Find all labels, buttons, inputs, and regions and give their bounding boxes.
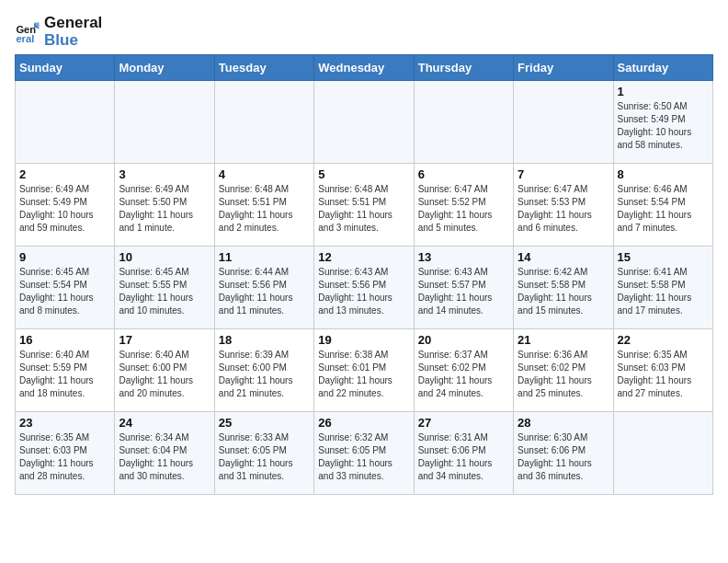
- day-number: 4: [219, 167, 310, 181]
- day-number: 22: [618, 333, 709, 347]
- day-number: 10: [119, 250, 210, 264]
- day-info: Sunrise: 6:38 AM Sunset: 6:01 PM Dayligh…: [318, 349, 409, 400]
- day-info: Sunrise: 6:50 AM Sunset: 5:49 PM Dayligh…: [618, 100, 709, 152]
- logo: Gen eral General Blue: [15, 15, 102, 49]
- day-number: 17: [119, 333, 210, 347]
- day-cell: [115, 81, 214, 164]
- calendar-table: SundayMondayTuesdayWednesdayThursdayFrid…: [15, 54, 713, 495]
- day-cell: 4Sunrise: 6:48 AM Sunset: 5:51 PM Daylig…: [214, 164, 313, 247]
- day-number: 11: [219, 250, 310, 264]
- day-info: Sunrise: 6:49 AM Sunset: 5:49 PM Dayligh…: [19, 183, 110, 235]
- day-cell: 8Sunrise: 6:46 AM Sunset: 5:54 PM Daylig…: [613, 164, 712, 247]
- logo-icon: Gen eral: [15, 19, 40, 45]
- day-info: Sunrise: 6:45 AM Sunset: 5:54 PM Dayligh…: [19, 266, 110, 317]
- day-info: Sunrise: 6:48 AM Sunset: 5:51 PM Dayligh…: [219, 183, 310, 235]
- day-number: 6: [418, 167, 509, 181]
- day-number: 8: [618, 167, 709, 181]
- week-row-5: 23Sunrise: 6:35 AM Sunset: 6:03 PM Dayli…: [16, 412, 713, 495]
- day-cell: [414, 81, 513, 164]
- day-number: 24: [119, 416, 210, 430]
- day-cell: [214, 81, 313, 164]
- day-cell: 17Sunrise: 6:40 AM Sunset: 6:00 PM Dayli…: [115, 329, 214, 412]
- day-info: Sunrise: 6:49 AM Sunset: 5:50 PM Dayligh…: [119, 183, 210, 235]
- day-cell: 2Sunrise: 6:49 AM Sunset: 5:49 PM Daylig…: [16, 164, 115, 247]
- day-cell: 20Sunrise: 6:37 AM Sunset: 6:02 PM Dayli…: [414, 329, 513, 412]
- header-day-thursday: Thursday: [414, 55, 513, 81]
- day-cell: [613, 412, 712, 495]
- day-info: Sunrise: 6:47 AM Sunset: 5:52 PM Dayligh…: [418, 183, 509, 235]
- day-cell: [16, 81, 115, 164]
- day-cell: 27Sunrise: 6:31 AM Sunset: 6:06 PM Dayli…: [414, 412, 513, 495]
- day-info: Sunrise: 6:36 AM Sunset: 6:02 PM Dayligh…: [518, 349, 609, 400]
- day-info: Sunrise: 6:30 AM Sunset: 6:06 PM Dayligh…: [518, 431, 609, 483]
- day-info: Sunrise: 6:35 AM Sunset: 6:03 PM Dayligh…: [19, 431, 110, 483]
- day-cell: 11Sunrise: 6:44 AM Sunset: 5:56 PM Dayli…: [214, 247, 313, 329]
- day-cell: 9Sunrise: 6:45 AM Sunset: 5:54 PM Daylig…: [16, 247, 115, 329]
- day-cell: 3Sunrise: 6:49 AM Sunset: 5:50 PM Daylig…: [115, 164, 214, 247]
- day-number: 1: [618, 85, 709, 98]
- day-info: Sunrise: 6:48 AM Sunset: 5:51 PM Dayligh…: [318, 183, 409, 235]
- day-number: 13: [418, 250, 509, 264]
- logo-blue: Blue: [44, 32, 102, 50]
- day-cell: 16Sunrise: 6:40 AM Sunset: 5:59 PM Dayli…: [16, 329, 115, 412]
- day-number: 28: [518, 416, 609, 430]
- day-number: 20: [418, 333, 509, 347]
- day-number: 9: [19, 250, 110, 264]
- header-day-sunday: Sunday: [16, 55, 115, 81]
- day-info: Sunrise: 6:37 AM Sunset: 6:02 PM Dayligh…: [418, 349, 509, 400]
- day-number: 18: [219, 333, 310, 347]
- day-cell: 23Sunrise: 6:35 AM Sunset: 6:03 PM Dayli…: [16, 412, 115, 495]
- day-number: 5: [318, 167, 409, 181]
- week-row-4: 16Sunrise: 6:40 AM Sunset: 5:59 PM Dayli…: [16, 329, 713, 412]
- header-day-wednesday: Wednesday: [314, 55, 414, 81]
- day-cell: 18Sunrise: 6:39 AM Sunset: 6:00 PM Dayli…: [214, 329, 313, 412]
- day-cell: 28Sunrise: 6:30 AM Sunset: 6:06 PM Dayli…: [514, 412, 613, 495]
- day-info: Sunrise: 6:31 AM Sunset: 6:06 PM Dayligh…: [418, 431, 509, 483]
- day-number: 19: [318, 333, 409, 347]
- day-cell: 10Sunrise: 6:45 AM Sunset: 5:55 PM Dayli…: [115, 247, 214, 329]
- day-number: 7: [518, 167, 609, 181]
- header-day-saturday: Saturday: [613, 55, 712, 81]
- week-row-1: 1Sunrise: 6:50 AM Sunset: 5:49 PM Daylig…: [16, 81, 713, 164]
- day-info: Sunrise: 6:43 AM Sunset: 5:56 PM Dayligh…: [318, 266, 409, 317]
- day-info: Sunrise: 6:40 AM Sunset: 5:59 PM Dayligh…: [19, 349, 110, 400]
- day-info: Sunrise: 6:41 AM Sunset: 5:58 PM Dayligh…: [618, 266, 709, 317]
- day-cell: 15Sunrise: 6:41 AM Sunset: 5:58 PM Dayli…: [613, 247, 712, 329]
- day-cell: 6Sunrise: 6:47 AM Sunset: 5:52 PM Daylig…: [414, 164, 513, 247]
- day-info: Sunrise: 6:39 AM Sunset: 6:00 PM Dayligh…: [219, 349, 310, 400]
- header-day-friday: Friday: [514, 55, 613, 81]
- logo-general: General: [44, 15, 102, 32]
- day-info: Sunrise: 6:35 AM Sunset: 6:03 PM Dayligh…: [618, 349, 709, 400]
- day-info: Sunrise: 6:46 AM Sunset: 5:54 PM Dayligh…: [618, 183, 709, 235]
- day-number: 27: [418, 416, 509, 430]
- day-cell: 24Sunrise: 6:34 AM Sunset: 6:04 PM Dayli…: [115, 412, 214, 495]
- day-cell: [514, 81, 613, 164]
- day-number: 12: [318, 250, 409, 264]
- week-row-2: 2Sunrise: 6:49 AM Sunset: 5:49 PM Daylig…: [16, 164, 713, 247]
- day-number: 15: [618, 250, 709, 264]
- day-number: 16: [19, 333, 110, 347]
- day-number: 26: [318, 416, 409, 430]
- day-cell: 5Sunrise: 6:48 AM Sunset: 5:51 PM Daylig…: [314, 164, 414, 247]
- day-number: 25: [219, 416, 310, 430]
- day-cell: 21Sunrise: 6:36 AM Sunset: 6:02 PM Dayli…: [514, 329, 613, 412]
- day-number: 2: [19, 167, 110, 181]
- day-cell: 1Sunrise: 6:50 AM Sunset: 5:49 PM Daylig…: [613, 81, 712, 164]
- header-row: SundayMondayTuesdayWednesdayThursdayFrid…: [16, 55, 713, 81]
- day-cell: 19Sunrise: 6:38 AM Sunset: 6:01 PM Dayli…: [314, 329, 414, 412]
- day-info: Sunrise: 6:45 AM Sunset: 5:55 PM Dayligh…: [119, 266, 210, 317]
- header-day-tuesday: Tuesday: [214, 55, 313, 81]
- day-cell: [314, 81, 414, 164]
- day-info: Sunrise: 6:34 AM Sunset: 6:04 PM Dayligh…: [119, 431, 210, 483]
- day-info: Sunrise: 6:47 AM Sunset: 5:53 PM Dayligh…: [518, 183, 609, 235]
- day-info: Sunrise: 6:42 AM Sunset: 5:58 PM Dayligh…: [518, 266, 609, 317]
- day-cell: 7Sunrise: 6:47 AM Sunset: 5:53 PM Daylig…: [514, 164, 613, 247]
- svg-text:eral: eral: [16, 33, 34, 44]
- day-number: 3: [119, 167, 210, 181]
- week-row-3: 9Sunrise: 6:45 AM Sunset: 5:54 PM Daylig…: [16, 247, 713, 329]
- day-cell: 22Sunrise: 6:35 AM Sunset: 6:03 PM Dayli…: [613, 329, 712, 412]
- header-day-monday: Monday: [115, 55, 214, 81]
- day-cell: 25Sunrise: 6:33 AM Sunset: 6:05 PM Dayli…: [214, 412, 313, 495]
- day-info: Sunrise: 6:44 AM Sunset: 5:56 PM Dayligh…: [219, 266, 310, 317]
- day-number: 14: [518, 250, 609, 264]
